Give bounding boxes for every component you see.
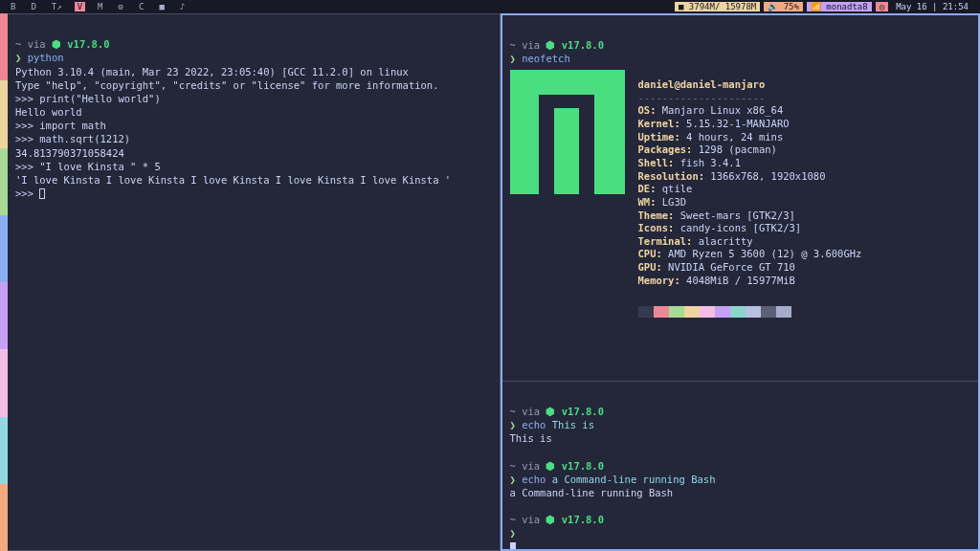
workspace-8[interactable]: ♪: [177, 2, 188, 11]
command-neofetch: neofetch: [522, 53, 570, 64]
user-host: daniel@daniel-manjaro: [638, 78, 766, 90]
node-version: ⬢ v17.8.0: [546, 39, 604, 51]
python-output: Python 3.10.4 (main, Mar 23 2022, 23:05:…: [15, 66, 451, 200]
status-bar: BDT↗VM⚙C■♪ ■ 3794M/ 15978M 🔊 75% 📶 monad…: [0, 0, 980, 13]
workspace-1[interactable]: D: [28, 2, 38, 11]
cursor: [39, 188, 45, 199]
system-tray: ■ 3794M/ 15978M 🔊 75% 📶 monadta8 ◎ May 1…: [675, 2, 972, 11]
volume-indicator[interactable]: 🔊 75%: [764, 2, 803, 11]
terminal-pane-right-focused[interactable]: ~ via ⬢ v17.8.0 ❯ neofetch daniel@daniel…: [501, 13, 981, 551]
command-python: python: [28, 52, 64, 63]
ubuntu-icon: ◎: [876, 2, 888, 11]
prompt-arrow-icon: ❯: [15, 52, 21, 63]
echo-pane[interactable]: ~ via ⬢ v17.8.0 ❯ echo This is This is ~…: [502, 382, 979, 549]
prompt-arrow-icon: ❯: [510, 53, 516, 64]
workspace-3[interactable]: V: [75, 2, 85, 11]
node-version: ⬢ v17.8.0: [52, 38, 110, 50]
memory-indicator: ■ 3794M/ 15978M: [675, 2, 760, 11]
prompt-env: ~ via: [15, 38, 52, 50]
cursor: [510, 542, 516, 549]
network-indicator[interactable]: 📶 monadta8: [807, 2, 872, 11]
manjaro-logo-icon: [510, 70, 625, 194]
workspace-switcher[interactable]: BDT↗VM⚙C■♪: [8, 2, 188, 11]
workspace-4[interactable]: M: [95, 2, 105, 11]
color-palette: [638, 306, 862, 318]
terminal-pane-left[interactable]: ~ via ⬢ v17.8.0 ❯ python Python 3.10.4 (…: [8, 13, 501, 551]
left-gutter: [0, 13, 8, 551]
workspace-5[interactable]: ⚙: [116, 2, 126, 11]
workspace-2[interactable]: T↗: [49, 2, 65, 11]
prompt-env: ~ via: [510, 39, 546, 51]
workspace-7[interactable]: ■: [156, 2, 167, 11]
neofetch-output: daniel@daniel-manjaro ------------------…: [510, 66, 971, 344]
neofetch-pane[interactable]: ~ via ⬢ v17.8.0 ❯ neofetch daniel@daniel…: [502, 15, 979, 382]
workspace-0[interactable]: B: [8, 2, 18, 11]
clock: May 16 | 21:54: [892, 2, 972, 11]
divider: ---------------------: [638, 92, 766, 103]
workspace-6[interactable]: C: [136, 2, 146, 11]
system-info: daniel@daniel-manjaro ------------------…: [638, 66, 862, 344]
workspace-area: ~ via ⬢ v17.8.0 ❯ python Python 3.10.4 (…: [0, 13, 980, 551]
